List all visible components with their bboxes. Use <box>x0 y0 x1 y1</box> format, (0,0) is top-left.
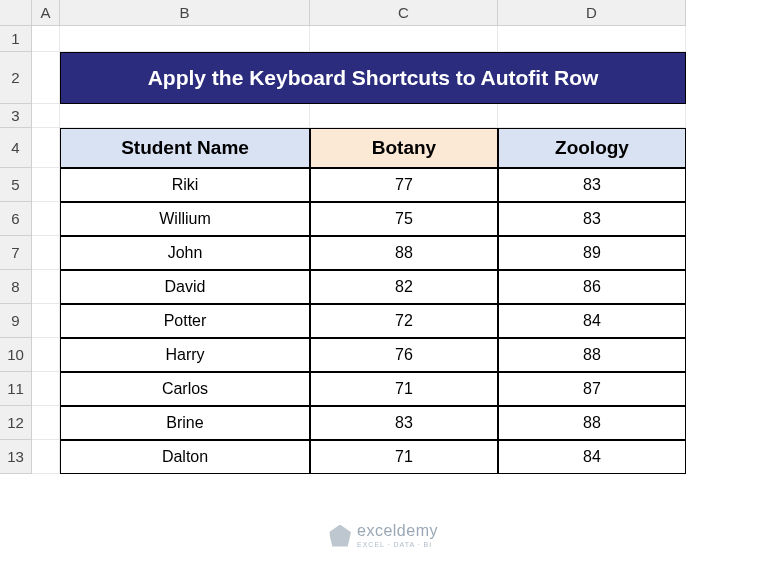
row-header-4[interactable]: 4 <box>0 128 32 168</box>
col-header-d[interactable]: D <box>498 0 686 26</box>
cell-botany[interactable]: 71 <box>310 372 498 406</box>
header-zoology[interactable]: Zoology <box>498 128 686 168</box>
cell-name[interactable]: Riki <box>60 168 310 202</box>
row-header-12[interactable]: 12 <box>0 406 32 440</box>
cell-name[interactable]: Potter <box>60 304 310 338</box>
cell-name[interactable]: Harry <box>60 338 310 372</box>
cell-botany[interactable]: 72 <box>310 304 498 338</box>
row-header-10[interactable]: 10 <box>0 338 32 372</box>
row-header-6[interactable]: 6 <box>0 202 32 236</box>
col-header-c[interactable]: C <box>310 0 498 26</box>
watermark-text: exceldemy EXCEL · DATA · BI <box>357 523 438 548</box>
watermark-icon <box>329 525 351 547</box>
watermark-main: exceldemy <box>357 523 438 539</box>
cell-botany[interactable]: 77 <box>310 168 498 202</box>
cell-botany[interactable]: 76 <box>310 338 498 372</box>
row-header-8[interactable]: 8 <box>0 270 32 304</box>
cell-botany[interactable]: 71 <box>310 440 498 474</box>
cell-name[interactable]: John <box>60 236 310 270</box>
cell-zoology[interactable]: 88 <box>498 338 686 372</box>
cell-a8[interactable] <box>32 270 60 304</box>
watermark: exceldemy EXCEL · DATA · BI <box>329 523 438 548</box>
cell-a13[interactable] <box>32 440 60 474</box>
row-header-13[interactable]: 13 <box>0 440 32 474</box>
cell-name[interactable]: Carlos <box>60 372 310 406</box>
cell-botany[interactable]: 83 <box>310 406 498 440</box>
cell-a4[interactable] <box>32 128 60 168</box>
row-header-3[interactable]: 3 <box>0 104 32 128</box>
header-botany[interactable]: Botany <box>310 128 498 168</box>
cell-name[interactable]: David <box>60 270 310 304</box>
cell-c1[interactable] <box>310 26 498 52</box>
row-header-1[interactable]: 1 <box>0 26 32 52</box>
cell-botany[interactable]: 75 <box>310 202 498 236</box>
row-header-9[interactable]: 9 <box>0 304 32 338</box>
cell-a9[interactable] <box>32 304 60 338</box>
cell-botany[interactable]: 88 <box>310 236 498 270</box>
cell-zoology[interactable]: 87 <box>498 372 686 406</box>
cell-b1[interactable] <box>60 26 310 52</box>
cell-zoology[interactable]: 86 <box>498 270 686 304</box>
cell-name[interactable]: Willium <box>60 202 310 236</box>
header-name[interactable]: Student Name <box>60 128 310 168</box>
cell-zoology[interactable]: 84 <box>498 304 686 338</box>
cell-a3[interactable] <box>32 104 60 128</box>
cell-zoology[interactable]: 89 <box>498 236 686 270</box>
cell-zoology[interactable]: 88 <box>498 406 686 440</box>
watermark-sub: EXCEL · DATA · BI <box>357 541 438 548</box>
cell-a2[interactable] <box>32 52 60 104</box>
cell-a12[interactable] <box>32 406 60 440</box>
cell-a5[interactable] <box>32 168 60 202</box>
cell-botany[interactable]: 82 <box>310 270 498 304</box>
cell-b3[interactable] <box>60 104 310 128</box>
cell-a7[interactable] <box>32 236 60 270</box>
row-header-2[interactable]: 2 <box>0 52 32 104</box>
cell-name[interactable]: Brine <box>60 406 310 440</box>
cell-name[interactable]: Dalton <box>60 440 310 474</box>
cell-zoology[interactable]: 84 <box>498 440 686 474</box>
select-all-corner[interactable] <box>0 0 32 26</box>
spreadsheet-grid: A B C D 1 2 Apply the Keyboard Shortcuts… <box>0 0 767 474</box>
title-banner[interactable]: Apply the Keyboard Shortcuts to Autofit … <box>60 52 686 104</box>
cell-a10[interactable] <box>32 338 60 372</box>
cell-d3[interactable] <box>498 104 686 128</box>
cell-a11[interactable] <box>32 372 60 406</box>
cell-a1[interactable] <box>32 26 60 52</box>
col-header-b[interactable]: B <box>60 0 310 26</box>
row-header-7[interactable]: 7 <box>0 236 32 270</box>
cell-zoology[interactable]: 83 <box>498 168 686 202</box>
cell-a6[interactable] <box>32 202 60 236</box>
row-header-5[interactable]: 5 <box>0 168 32 202</box>
row-header-11[interactable]: 11 <box>0 372 32 406</box>
cell-zoology[interactable]: 83 <box>498 202 686 236</box>
cell-d1[interactable] <box>498 26 686 52</box>
col-header-a[interactable]: A <box>32 0 60 26</box>
cell-c3[interactable] <box>310 104 498 128</box>
